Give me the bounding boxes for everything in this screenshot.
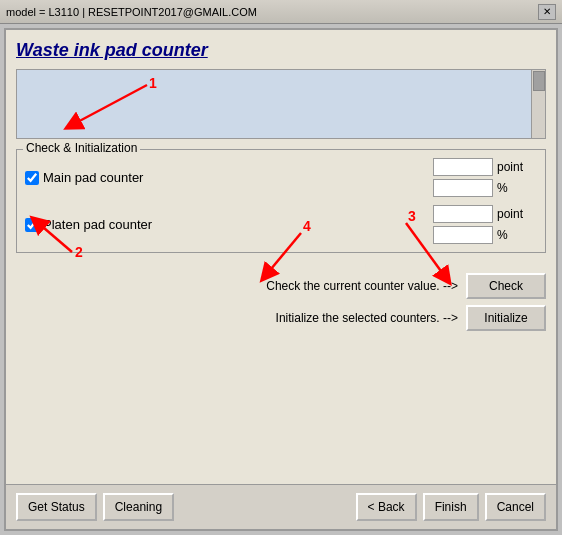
initialize-button[interactable]: Initialize bbox=[466, 305, 546, 331]
platen-pad-percent-input[interactable] bbox=[433, 226, 493, 244]
log-area: 1 bbox=[16, 69, 546, 139]
platen-pad-percent-row: % bbox=[433, 226, 527, 244]
platen-pad-point-input[interactable] bbox=[433, 205, 493, 223]
main-pad-counter-label[interactable]: Main pad counter bbox=[25, 170, 143, 185]
section-label: Check & Initialization bbox=[23, 141, 140, 155]
log-scrollbar[interactable] bbox=[531, 70, 545, 138]
platen-pad-counter-label[interactable]: Platen pad counter bbox=[25, 217, 152, 232]
check-action-row: Check the current counter value. --> Che… bbox=[16, 273, 546, 299]
main-pad-percent-row: % bbox=[433, 179, 527, 197]
svg-text:1: 1 bbox=[149, 75, 157, 91]
main-pad-checkbox[interactable] bbox=[25, 171, 39, 185]
svg-text:2: 2 bbox=[75, 244, 83, 260]
cleaning-button[interactable]: Cleaning bbox=[103, 493, 174, 521]
platen-pad-percent-unit: % bbox=[497, 228, 527, 242]
check-label: Check the current counter value. --> bbox=[266, 279, 458, 293]
platen-pad-point-unit: point bbox=[497, 207, 527, 221]
title-bar: model = L3110 | RESETPOINT2017@GMAIL.COM… bbox=[0, 0, 562, 24]
platen-pad-point-row: point bbox=[433, 205, 527, 223]
title-bar-text: model = L3110 | RESETPOINT2017@GMAIL.COM bbox=[6, 6, 257, 18]
main-pad-percent-input[interactable] bbox=[433, 179, 493, 197]
window-title: Waste ink pad counter bbox=[16, 40, 546, 61]
main-pad-label: Main pad counter bbox=[43, 170, 143, 185]
bottom-bar: Get Status Cleaning < Back Finish Cancel bbox=[6, 484, 556, 529]
main-window: Waste ink pad counter 1 Check & Initiali… bbox=[4, 28, 558, 531]
platen-pad-label: Platen pad counter bbox=[43, 217, 152, 232]
cancel-button[interactable]: Cancel bbox=[485, 493, 546, 521]
close-button[interactable]: ✕ bbox=[538, 4, 556, 20]
main-pad-point-unit: point bbox=[497, 160, 527, 174]
init-label: Initialize the selected counters. --> bbox=[276, 311, 458, 325]
init-action-row: Initialize the selected counters. --> In… bbox=[16, 305, 546, 331]
bottom-right-buttons: < Back Finish Cancel bbox=[356, 493, 546, 521]
main-pad-point-row: point bbox=[433, 158, 527, 176]
action-area: Check the current counter value. --> Che… bbox=[16, 273, 546, 331]
check-button[interactable]: Check bbox=[466, 273, 546, 299]
svg-line-0 bbox=[72, 85, 147, 125]
main-pad-point-input[interactable] bbox=[433, 158, 493, 176]
back-button[interactable]: < Back bbox=[356, 493, 417, 521]
main-pad-percent-unit: % bbox=[497, 181, 527, 195]
annotation-1-arrow: 1 bbox=[17, 70, 545, 138]
check-init-section: Check & Initialization Main pad counter … bbox=[16, 149, 546, 253]
finish-button[interactable]: Finish bbox=[423, 493, 479, 521]
platen-pad-checkbox[interactable] bbox=[25, 218, 39, 232]
scrollbar-thumb bbox=[533, 71, 545, 91]
get-status-button[interactable]: Get Status bbox=[16, 493, 97, 521]
